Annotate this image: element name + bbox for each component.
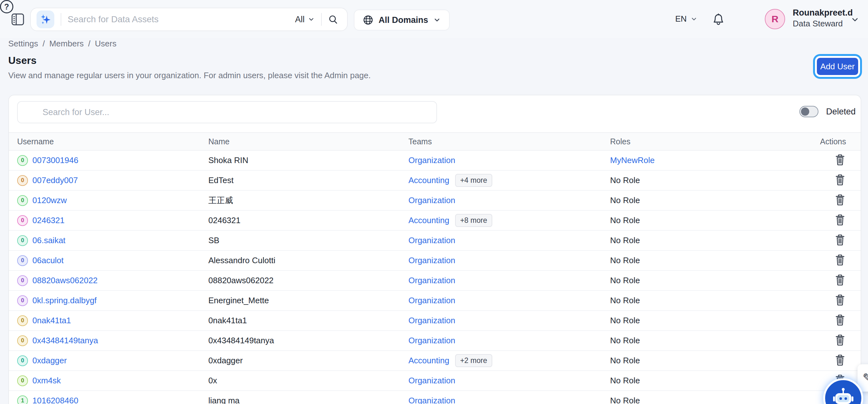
trash-icon	[835, 355, 845, 366]
all-domains-dropdown[interactable]: All Domains	[354, 9, 450, 30]
user-avatar: 0	[17, 235, 28, 246]
search-scope-dropdown[interactable]: All	[295, 15, 315, 25]
team-link[interactable]: Accounting	[408, 175, 450, 185]
user-avatar: 0	[17, 315, 28, 326]
user-menu[interactable]: Rounakpreet.d Data Steward	[793, 8, 853, 29]
username-link[interactable]: 06aculot	[32, 256, 64, 265]
username-link[interactable]: 08820aws062022	[32, 276, 97, 285]
role-value: No Role	[610, 316, 640, 325]
team-link[interactable]: Organization	[408, 336, 455, 346]
user-name: Rounakpreet.d	[793, 8, 853, 19]
delete-user-button[interactable]	[834, 334, 846, 347]
trash-icon	[835, 275, 845, 285]
column-header-teams: Teams	[408, 133, 610, 150]
user-avatar: 0	[17, 255, 28, 266]
team-link[interactable]: Accounting	[408, 215, 450, 225]
user-fullname: 08820aws062022	[208, 276, 274, 285]
team-link[interactable]: Organization	[408, 396, 455, 404]
table-row: 0 0120wzw 王正威 Organization No Role	[9, 191, 861, 210]
user-avatar: 0	[17, 375, 28, 386]
column-header-roles: Roles	[610, 133, 802, 150]
globe-icon	[363, 15, 373, 25]
delete-user-button[interactable]	[834, 213, 846, 227]
search-icon[interactable]	[328, 14, 338, 25]
divider	[61, 13, 61, 26]
username-link[interactable]: 0kl.spring.dalbygf	[32, 296, 97, 306]
table-row: 1 1016208460 liang ma Organization No Ro…	[9, 391, 861, 404]
role-value: No Role	[610, 196, 640, 205]
delete-user-button[interactable]	[834, 153, 846, 167]
username-link[interactable]: 0073001946	[32, 155, 79, 165]
username-link[interactable]: 0xdagger	[32, 356, 67, 366]
users-table: Username Name Teams Roles Actions 0 0073…	[9, 132, 861, 404]
role-value: No Role	[610, 336, 640, 345]
user-avatar-badge[interactable]: R	[765, 9, 785, 29]
user-fullname: 0x43484149tanya	[208, 336, 274, 345]
trash-icon	[835, 235, 845, 246]
chevron-down-icon	[308, 16, 315, 23]
ai-sparkles-icon[interactable]	[36, 10, 54, 28]
username-link[interactable]: 007eddy007	[32, 175, 78, 185]
user-avatar: 0	[17, 215, 28, 226]
role-value: No Role	[610, 376, 640, 385]
user-fullname: Alessandro Culotti	[208, 256, 275, 265]
toggle-knob	[801, 108, 809, 116]
breadcrumb-settings[interactable]: Settings	[8, 39, 38, 49]
breadcrumb-separator: /	[42, 39, 45, 49]
user-avatar: 0	[17, 195, 28, 206]
user-search-input[interactable]	[17, 101, 437, 123]
sidebar-toggle-icon[interactable]	[11, 13, 24, 25]
role-value: No Role	[610, 296, 640, 305]
role-value: No Role	[610, 235, 640, 245]
team-link[interactable]: Organization	[408, 196, 455, 205]
add-user-button[interactable]: Add User	[817, 58, 858, 75]
team-link[interactable]: Organization	[408, 235, 455, 246]
username-link[interactable]: 0nak41ta1	[32, 316, 71, 325]
table-row: 0 0nak41ta1 0nak41ta1 Organization No Ro…	[9, 311, 861, 330]
chevron-down-icon[interactable]	[850, 15, 860, 24]
table-row: 0 06aculot Alessandro Culotti Organizati…	[9, 251, 861, 270]
delete-user-button[interactable]	[834, 253, 846, 267]
teams-more-badge[interactable]: +2 more	[455, 354, 492, 367]
chevron-down-icon	[690, 16, 698, 23]
delete-user-button[interactable]	[834, 273, 846, 287]
notifications-bell-icon[interactable]	[711, 13, 725, 27]
role-value: No Role	[610, 356, 640, 365]
delete-user-button[interactable]	[834, 353, 846, 367]
username-link[interactable]: 0120wzw	[32, 196, 67, 205]
page-description: View and manage regular users in your or…	[8, 70, 371, 80]
search-input[interactable]	[68, 14, 295, 25]
team-link[interactable]: Accounting	[408, 356, 450, 366]
user-fullname: 0xdagger	[208, 356, 243, 365]
deleted-toggle[interactable]	[799, 106, 818, 117]
breadcrumb-members[interactable]: Members	[49, 39, 84, 49]
username-link[interactable]: 0x43484149tanya	[32, 336, 98, 346]
username-link[interactable]: 0246321	[32, 215, 64, 225]
table-row: 0 0x43484149tanya 0x43484149tanya Organi…	[9, 330, 861, 351]
deleted-toggle-label: Deleted	[826, 107, 856, 117]
team-link[interactable]: Organization	[408, 155, 455, 165]
delete-user-button[interactable]	[834, 313, 846, 327]
team-link[interactable]: Organization	[408, 256, 455, 265]
help-icon[interactable]: ?	[0, 0, 13, 13]
language-dropdown[interactable]: EN	[675, 14, 698, 24]
role-value: No Role	[610, 215, 640, 225]
team-link[interactable]: Organization	[408, 376, 455, 385]
username-link[interactable]: 1016208460	[32, 396, 79, 404]
user-avatar: 1	[17, 396, 28, 404]
table-row: 0 007eddy007 EdTest Accounting +4 more N…	[9, 170, 861, 191]
teams-more-badge[interactable]: +4 more	[455, 174, 492, 187]
breadcrumb-users[interactable]: Users	[95, 39, 117, 49]
delete-user-button[interactable]	[834, 193, 846, 207]
delete-user-button[interactable]	[834, 293, 846, 307]
team-link[interactable]: Organization	[408, 296, 455, 306]
team-link[interactable]: Organization	[408, 316, 455, 325]
delete-user-button[interactable]	[834, 233, 846, 247]
team-link[interactable]: Organization	[408, 276, 455, 285]
username-link[interactable]: 06.saikat	[32, 235, 65, 246]
users-panel: Deleted Username Name Teams Roles Action…	[8, 95, 861, 404]
delete-user-button[interactable]	[834, 173, 846, 186]
username-link[interactable]: 0xm4sk	[32, 376, 61, 385]
global-search-bar[interactable]: All	[30, 8, 348, 31]
teams-more-badge[interactable]: +8 more	[455, 214, 492, 227]
